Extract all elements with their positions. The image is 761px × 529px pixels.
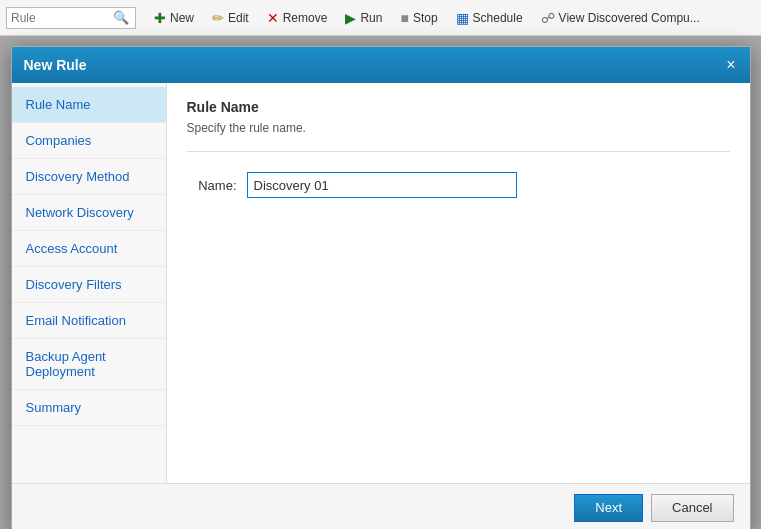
sidebar-item-discovery-filters[interactable]: Discovery Filters (12, 267, 166, 303)
search-input[interactable] (11, 11, 111, 25)
stop-icon: ■ (400, 10, 408, 26)
edit-icon: ✏ (212, 10, 224, 26)
sidebar-item-rule-name[interactable]: Rule Name (12, 87, 166, 123)
run-label: Run (360, 11, 382, 25)
name-label: Name: (187, 178, 237, 193)
content-area: Rule Name Specify the rule name. Name: (167, 83, 750, 483)
modal-title: New Rule (24, 57, 87, 73)
view-icon: ☍ (541, 10, 555, 26)
remove-label: Remove (283, 11, 328, 25)
content-title: Rule Name (187, 99, 730, 115)
content-divider (187, 151, 730, 152)
sidebar-item-summary[interactable]: Summary (12, 390, 166, 426)
schedule-button[interactable]: ▦ Schedule (448, 5, 531, 31)
search-icon-button[interactable]: 🔍 (111, 10, 131, 25)
stop-button[interactable]: ■ Stop (392, 5, 445, 31)
toolbar-search[interactable]: 🔍 (6, 7, 136, 29)
view-button[interactable]: ☍ View Discovered Compu... (533, 5, 708, 31)
new-button[interactable]: ✚ New (146, 5, 202, 31)
cancel-button[interactable]: Cancel (651, 494, 733, 522)
run-button[interactable]: ▶ Run (337, 5, 390, 31)
remove-button[interactable]: ✕ Remove (259, 5, 336, 31)
modal-close-button[interactable]: × (724, 57, 737, 73)
view-label: View Discovered Compu... (559, 11, 700, 25)
modal-body: Rule Name Companies Discovery Method Net… (12, 83, 750, 483)
name-input[interactable] (247, 172, 517, 198)
modal-footer: Next Cancel (12, 483, 750, 529)
sidebar-item-backup-agent[interactable]: Backup Agent Deployment (12, 339, 166, 390)
edit-button[interactable]: ✏ Edit (204, 5, 257, 31)
schedule-label: Schedule (473, 11, 523, 25)
stop-label: Stop (413, 11, 438, 25)
sidebar-item-email-notification[interactable]: Email Notification (12, 303, 166, 339)
new-label: New (170, 11, 194, 25)
new-icon: ✚ (154, 10, 166, 26)
form-row-name: Name: (187, 172, 730, 198)
sidebar-item-discovery-method[interactable]: Discovery Method (12, 159, 166, 195)
sidebar: Rule Name Companies Discovery Method Net… (12, 83, 167, 483)
remove-icon: ✕ (267, 10, 279, 26)
schedule-icon: ▦ (456, 10, 469, 26)
sidebar-item-access-account[interactable]: Access Account (12, 231, 166, 267)
run-icon: ▶ (345, 10, 356, 26)
toolbar: 🔍 ✚ New ✏ Edit ✕ Remove ▶ Run ■ Stop ▦ S… (0, 0, 761, 36)
modal-header: New Rule × (12, 47, 750, 83)
sidebar-item-network-discovery[interactable]: Network Discovery (12, 195, 166, 231)
content-subtitle: Specify the rule name. (187, 121, 730, 135)
modal-overlay: New Rule × Rule Name Companies Discovery… (0, 36, 761, 529)
sidebar-item-companies[interactable]: Companies (12, 123, 166, 159)
next-button[interactable]: Next (574, 494, 643, 522)
edit-label: Edit (228, 11, 249, 25)
modal: New Rule × Rule Name Companies Discovery… (11, 46, 751, 529)
